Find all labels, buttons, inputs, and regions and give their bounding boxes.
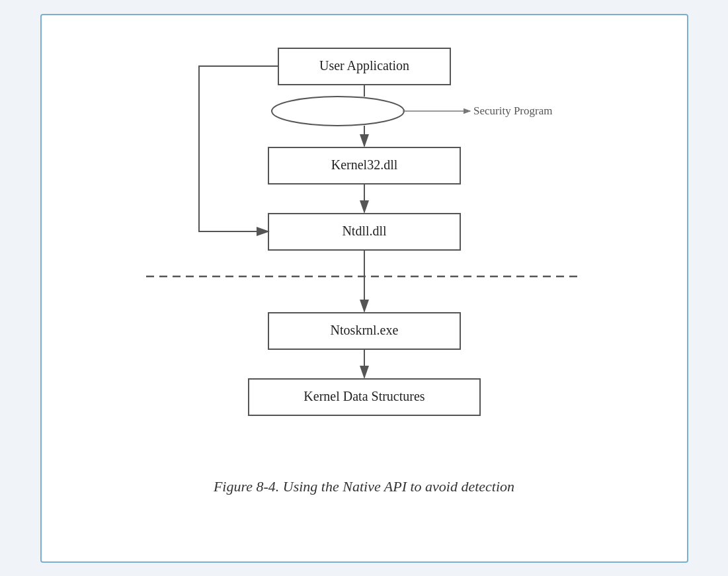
security-ellipse [272, 97, 404, 126]
figure-caption: Figure 8-4. Using the Native API to avoi… [214, 478, 514, 495]
kernel-data-label: Kernel Data Structures [303, 389, 425, 403]
diagram-svg: User Application Security Program Kernel… [133, 35, 596, 472]
kernel32-label: Kernel32.dll [331, 157, 397, 172]
security-program-label: Security Program [473, 104, 552, 117]
ntoskrnl-label: Ntoskrnl.exe [330, 323, 398, 337]
user-app-label: User Application [319, 58, 409, 73]
diagram-container: User Application Security Program Kernel… [40, 14, 688, 563]
bypass-arrow-path [199, 66, 278, 231]
ntdll-label: Ntdll.dll [342, 224, 387, 238]
